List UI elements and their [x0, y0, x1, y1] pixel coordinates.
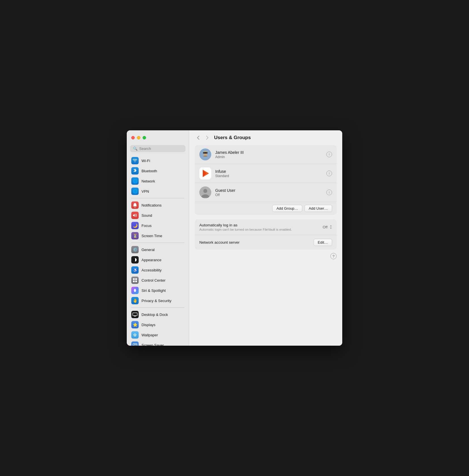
sidebar-item-controlcenter[interactable]: Control Center: [129, 275, 187, 285]
svg-point-27: [203, 189, 207, 193]
user-role: Admin: [215, 155, 322, 159]
privacy-icon: 🤚: [131, 297, 139, 304]
users-panel: James Abeler III Admin i: [195, 145, 337, 215]
autologin-row: Automatically log in as Automatic login …: [195, 219, 337, 235]
sidebar-item-screensaver[interactable]: Screen Saver: [129, 340, 187, 346]
autologin-current-value: Off: [323, 225, 328, 229]
sidebar-item-focus-label: Focus: [141, 224, 151, 228]
sidebar-item-accessibility[interactable]: ♿ Accessibility: [129, 265, 187, 275]
wallpaper-icon: ✿: [131, 331, 139, 339]
sidebar-item-bluetooth[interactable]: Bluetooth: [129, 166, 187, 176]
sidebar-item-desktop-label: Desktop & Dock: [141, 313, 168, 317]
sidebar-group-network: Wi-Fi Bluetooth 🌐 Network 🌐 VPN: [129, 156, 187, 196]
search-input[interactable]: [139, 146, 183, 151]
autologin-sublabel: Automatic login can't be turned on becau…: [199, 228, 319, 231]
sidebar-item-displays[interactable]: ⭐ Displays: [129, 320, 187, 330]
forward-button[interactable]: [204, 134, 211, 141]
add-user-button[interactable]: Add User…: [305, 205, 332, 212]
sidebar-item-screentime[interactable]: ⏳ Screen Time: [129, 231, 187, 241]
divider-2: [131, 243, 184, 243]
sidebar-titlebar: [127, 130, 189, 145]
sidebar-item-accessibility-label: Accessibility: [141, 268, 162, 272]
user-name: Infuse: [215, 169, 322, 174]
sidebar-item-wallpaper-label: Wallpaper: [141, 333, 158, 337]
sidebar-item-controlcenter-label: Control Center: [141, 278, 166, 282]
traffic-light-minimize[interactable]: [137, 136, 140, 139]
sidebar-item-screensaver-label: Screen Saver: [141, 343, 164, 346]
search-bar[interactable]: 🔍: [130, 145, 185, 152]
sidebar-item-notifications[interactable]: Notifications: [129, 200, 187, 210]
sidebar-item-displays-label: Displays: [141, 323, 155, 327]
screensaver-icon: [131, 341, 139, 346]
user-info-button[interactable]: i: [326, 190, 332, 195]
sidebar-item-general-label: General: [141, 248, 155, 252]
help-button[interactable]: ?: [330, 253, 337, 259]
sidebar-item-desktop[interactable]: Desktop & Dock: [129, 309, 187, 320]
back-button[interactable]: [195, 134, 202, 141]
traffic-light-close[interactable]: [131, 136, 135, 139]
wifi-icon: [131, 157, 139, 164]
sidebar-item-wifi-label: Wi-Fi: [141, 159, 150, 163]
sidebar-item-appearance[interactable]: Appearance: [129, 255, 187, 265]
sidebar-item-focus[interactable]: 🌙 Focus: [129, 220, 187, 231]
svg-point-9: [134, 289, 136, 292]
avatar: [199, 148, 211, 160]
user-actions-row: Add Group… Add User…: [195, 202, 337, 215]
user-info: Guest User Off: [215, 188, 322, 197]
svg-rect-10: [133, 313, 137, 316]
user-info-button[interactable]: i: [326, 171, 332, 176]
svg-rect-7: [135, 280, 137, 282]
user-info: James Abeler III Admin: [215, 150, 322, 159]
accessibility-icon: ♿: [131, 266, 139, 274]
add-group-button[interactable]: Add Group…: [272, 205, 302, 212]
sidebar-item-notifications-label: Notifications: [141, 203, 162, 207]
table-row: James Abeler III Admin i: [195, 145, 337, 164]
sidebar-item-wifi[interactable]: Wi-Fi: [129, 156, 187, 166]
displays-icon: ⭐: [131, 321, 139, 328]
sidebar-item-siri[interactable]: Siri & Spotlight: [129, 285, 187, 296]
sidebar-group-general: ⚙️ General Appearance ♿ Accessibility: [129, 245, 187, 306]
appearance-icon: [131, 256, 139, 264]
user-name: James Abeler III: [215, 150, 322, 155]
focus-icon: 🌙: [131, 222, 139, 229]
svg-point-12: [134, 345, 134, 346]
svg-rect-5: [135, 278, 137, 280]
sidebar-item-wallpaper[interactable]: ✿ Wallpaper: [129, 330, 187, 340]
avatar: [199, 186, 211, 198]
user-info: Infuse Standard: [215, 169, 322, 178]
sidebar-item-vpn-label: VPN: [141, 189, 149, 194]
network-icon: 🌐: [131, 177, 139, 185]
bluetooth-icon: [131, 167, 139, 175]
traffic-light-fullscreen[interactable]: [143, 136, 146, 139]
svg-rect-4: [133, 278, 135, 280]
main-content: Users & Groups: [189, 130, 342, 346]
autologin-stepper[interactable]: ▲ ▼: [330, 225, 332, 230]
stepper-up-icon[interactable]: ▲: [330, 225, 332, 227]
stepper-down-icon[interactable]: ▼: [330, 227, 332, 230]
sidebar-group-notifications: Notifications Sound 🌙 Focus: [129, 200, 187, 241]
sidebar-item-siri-label: Siri & Spotlight: [141, 288, 166, 293]
autologin-label: Automatically log in as Automatic login …: [199, 223, 319, 231]
user-info-button[interactable]: i: [326, 152, 332, 157]
edit-button[interactable]: Edit…: [314, 239, 332, 246]
sidebar-item-general[interactable]: ⚙️ General: [129, 245, 187, 255]
desktop-icon: [131, 311, 139, 318]
sidebar-item-privacy-label: Privacy & Security: [141, 299, 171, 303]
avatar: [199, 167, 211, 179]
svg-point-1: [135, 203, 135, 203]
sidebar-item-vpn[interactable]: 🌐 VPN: [129, 186, 187, 196]
sidebar-item-network[interactable]: 🌐 Network: [129, 176, 187, 186]
table-row: Guest User Off i: [195, 183, 337, 202]
help-row: ?: [195, 250, 337, 263]
main-titlebar: Users & Groups: [189, 130, 342, 145]
sidebar-item-privacy[interactable]: 🤚 Privacy & Security: [129, 296, 187, 306]
autologin-value: Off ▲ ▼: [323, 225, 332, 230]
settings-panel: Automatically log in as Automatic login …: [195, 219, 337, 250]
sidebar-item-sound[interactable]: Sound: [129, 210, 187, 220]
app-window: 🔍 Wi-Fi: [127, 130, 342, 346]
vpn-icon: 🌐: [131, 188, 139, 195]
sidebar-item-network-label: Network: [141, 179, 155, 183]
sound-icon: [131, 212, 139, 219]
divider-3: [131, 307, 184, 308]
search-icon: 🔍: [133, 146, 138, 151]
